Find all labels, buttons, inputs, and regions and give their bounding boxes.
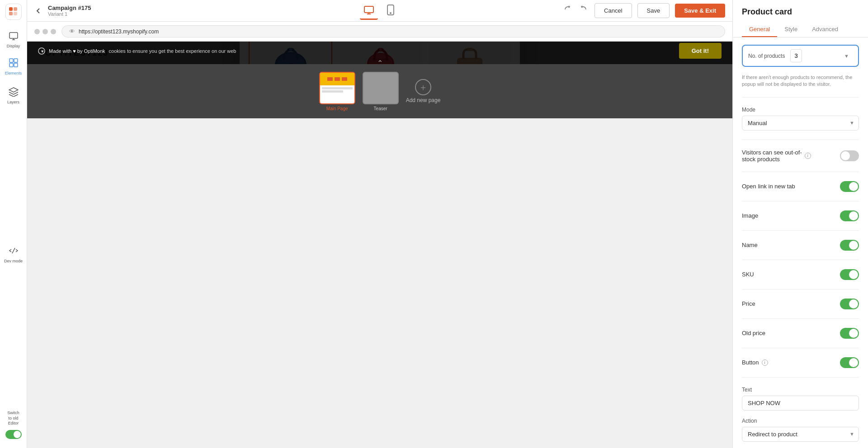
panel-tabs: General Style Advanced xyxy=(742,22,859,37)
svg-rect-7 xyxy=(9,59,13,62)
bottom-tabs: ⌃ xyxy=(27,64,732,118)
divider-1 xyxy=(742,97,859,98)
mode-select[interactable]: Manual Automatic xyxy=(742,116,859,131)
sidebar-item-devmode[interactable]: Dev mode xyxy=(2,242,25,267)
name-toggle[interactable] xyxy=(840,240,859,251)
tab-general[interactable]: General xyxy=(742,22,777,37)
svg-rect-9 xyxy=(9,63,13,67)
button-info-icon[interactable]: i xyxy=(762,359,768,366)
got-it-button[interactable]: Got it! xyxy=(679,43,722,59)
divider-9 xyxy=(742,348,859,348)
add-circle-icon: ＋ xyxy=(415,79,431,95)
left-sidebar: Display Elements Layers xyxy=(0,0,27,448)
svg-rect-10 xyxy=(14,63,18,67)
out-of-stock-row: Visitors can see out-of-stock products i xyxy=(742,149,859,163)
divider-7 xyxy=(742,289,859,289)
image-toggle[interactable] xyxy=(840,210,859,221)
mobile-device-button[interactable] xyxy=(382,2,400,20)
no-of-products-select-wrapper: 3 1 2 4 5 ▼ xyxy=(790,49,853,62)
device-switcher xyxy=(360,2,400,20)
button-row: Button i xyxy=(742,357,859,368)
no-of-products-row: No. of products 3 1 2 4 5 ▼ xyxy=(742,45,859,67)
dot-2 xyxy=(42,29,48,34)
svg-line-11 xyxy=(12,248,15,253)
sidebar-item-layers[interactable]: Layers xyxy=(2,83,25,108)
name-label: Name xyxy=(742,242,758,248)
back-button[interactable] xyxy=(34,7,42,15)
page-thumbnail-teaser xyxy=(363,72,399,104)
page-tab-teaser[interactable]: Teaser xyxy=(363,72,399,111)
canvas-wrapper: OPTITEST123 Home Catalog 🔍 🛍 HANG ON! xyxy=(27,42,732,448)
app-logo[interactable] xyxy=(5,4,22,20)
svg-rect-8 xyxy=(14,59,18,62)
svg-rect-0 xyxy=(9,7,13,11)
open-new-tab-row: Open link in new tab xyxy=(742,181,859,192)
divider-6 xyxy=(742,260,859,260)
save-exit-button[interactable]: Save & Exit xyxy=(675,4,725,18)
panel-title: Product card xyxy=(742,7,859,17)
address-text: https://optitest123.myshopify.com xyxy=(79,28,159,35)
image-row: Image xyxy=(742,210,859,221)
out-of-stock-label-group: Visitors can see out-of-stock products i xyxy=(742,149,811,163)
text-row: Text xyxy=(742,387,859,411)
undo-button[interactable] xyxy=(562,4,574,18)
no-of-products-select[interactable]: 3 1 2 4 5 xyxy=(790,49,802,62)
name-row: Name xyxy=(742,240,859,251)
divider-5 xyxy=(742,230,859,231)
products-select-arrow: ▼ xyxy=(844,53,849,59)
save-button[interactable]: Save xyxy=(637,3,670,18)
out-of-stock-toggle[interactable] xyxy=(840,150,859,161)
cancel-button[interactable]: Cancel xyxy=(594,3,632,18)
campaign-variant: Variant 1 xyxy=(48,11,91,17)
sku-toggle[interactable] xyxy=(840,269,859,280)
out-of-stock-label: Visitors can see out-of-stock products xyxy=(742,149,802,163)
teaser-label: Teaser xyxy=(374,106,387,111)
desktop-device-button[interactable] xyxy=(360,2,378,20)
button-toggle[interactable] xyxy=(840,357,859,368)
switch-to-old-editor[interactable]: Switchto oldEditor xyxy=(4,407,24,448)
old-price-label: Old price xyxy=(742,330,765,336)
out-of-stock-info-icon[interactable]: i xyxy=(805,153,811,159)
devmode-icon xyxy=(9,246,19,258)
divider-8 xyxy=(742,318,859,319)
right-panel: Product card General Style Advanced No. … xyxy=(732,0,868,448)
sidebar-item-display[interactable]: Display xyxy=(2,27,25,52)
campaign-info: Campaign #175 Variant 1 xyxy=(48,5,91,17)
switch-toggle[interactable] xyxy=(5,430,22,439)
browser-area: 👁 https://optitest123.myshopify.com OPTI… xyxy=(27,22,732,448)
action-select[interactable]: Redirect to product Add to cart xyxy=(742,427,859,442)
add-new-page-button[interactable]: ＋ Add new page xyxy=(406,79,441,103)
cookie-text: cookies to ensure you get the best exper… xyxy=(109,48,236,54)
action-label: Action xyxy=(742,418,859,424)
price-label: Price xyxy=(742,300,755,307)
open-new-tab-label: Open link in new tab xyxy=(742,183,795,190)
price-toggle[interactable] xyxy=(840,299,859,309)
eye-icon: 👁 xyxy=(69,28,75,35)
browser-chrome: 👁 https://optitest123.myshopify.com xyxy=(27,22,732,42)
divider-3 xyxy=(742,172,859,172)
dot-1 xyxy=(34,29,40,34)
svg-rect-3 xyxy=(14,12,17,15)
panel-header: Product card General Style Advanced xyxy=(733,0,868,37)
divider-2 xyxy=(742,140,859,140)
redo-button[interactable] xyxy=(577,4,589,18)
old-price-toggle[interactable] xyxy=(840,328,859,339)
sidebar-item-elements[interactable]: Elements xyxy=(2,54,25,79)
elements-label: Elements xyxy=(5,71,22,76)
open-new-tab-toggle[interactable] xyxy=(840,181,859,192)
action-select-wrapper: Redirect to product Add to cart ▼ xyxy=(742,427,859,442)
text-label: Text xyxy=(742,387,859,393)
undo-redo-group xyxy=(562,4,589,18)
tab-style[interactable]: Style xyxy=(777,22,805,37)
page-thumbnail-main xyxy=(319,72,355,104)
image-label: Image xyxy=(742,212,758,219)
layers-icon xyxy=(9,87,19,99)
old-price-row: Old price xyxy=(742,328,859,339)
tab-advanced[interactable]: Advanced xyxy=(805,22,845,37)
text-input[interactable] xyxy=(742,396,859,411)
page-tab-main[interactable]: Main Page xyxy=(319,72,355,111)
display-icon xyxy=(9,31,19,43)
address-bar[interactable]: 👁 https://optitest123.myshopify.com xyxy=(61,25,725,37)
chevron-up-icon[interactable]: ⌃ xyxy=(377,59,383,67)
sku-label: SKU xyxy=(742,271,754,278)
